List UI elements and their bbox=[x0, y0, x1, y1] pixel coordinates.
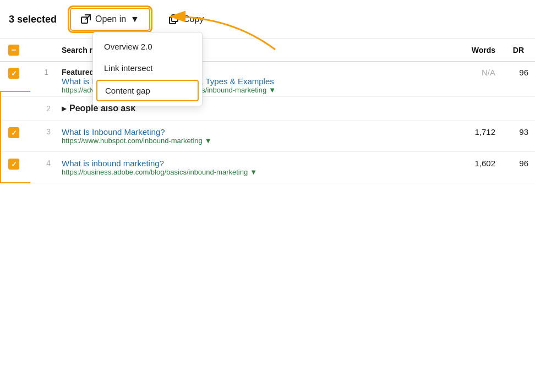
results-table-wrapper: − Search result Words DR bbox=[0, 39, 535, 183]
external-link-icon bbox=[81, 14, 91, 24]
copy-icon bbox=[169, 14, 179, 24]
table-row: 2 ▶ People also ask bbox=[0, 97, 535, 121]
check-all-checkbox[interactable]: − bbox=[8, 45, 19, 56]
open-in-dropdown: Overview 2.0 Link intersect Content gap bbox=[92, 32, 203, 106]
table-row: ✓ 4 What is inbound marketing? https://b… bbox=[0, 152, 535, 183]
dropdown-item-content-gap[interactable]: Content gap bbox=[96, 80, 199, 101]
svg-rect-3 bbox=[172, 15, 178, 21]
row-1-words: N/A bbox=[452, 62, 502, 97]
paa-triangle[interactable]: ▶ bbox=[62, 105, 66, 112]
copy-button[interactable]: Copy bbox=[159, 9, 214, 30]
row-3-url[interactable]: https://www.hubspot.com/inbound-marketin… bbox=[62, 137, 446, 145]
row-4-url-expand[interactable]: ▼ bbox=[250, 168, 257, 176]
row-4-words: 1,602 bbox=[452, 152, 502, 183]
dropdown-item-link-intersect[interactable]: Link intersect bbox=[93, 57, 202, 79]
table-row: ✓ 1 Featured snippet What is Inbound Mar… bbox=[0, 62, 535, 97]
row-3-num: 3 bbox=[28, 121, 55, 152]
selected-count: 3 selected bbox=[9, 14, 57, 25]
open-in-label: Open in bbox=[95, 14, 126, 24]
row-4-dr: 96 bbox=[502, 152, 535, 183]
row-4-title[interactable]: What is inbound marketing? bbox=[62, 159, 164, 168]
row-1-check[interactable]: ✓ bbox=[0, 62, 28, 97]
row-2-check[interactable] bbox=[0, 97, 28, 121]
row-1-num: 1 bbox=[28, 62, 55, 97]
toolbar: 3 selected Open in ▼ Copy Overview 2.0 L… bbox=[0, 0, 535, 39]
dr-header: DR bbox=[502, 39, 535, 62]
row-1-checkbox[interactable]: ✓ bbox=[8, 68, 19, 79]
dropdown-item-overview[interactable]: Overview 2.0 bbox=[93, 36, 202, 57]
row-4-num: 4 bbox=[28, 152, 55, 183]
row-3-dr: 93 bbox=[502, 121, 535, 152]
row-1-dr: 96 bbox=[502, 62, 535, 97]
copy-label: Copy bbox=[183, 14, 204, 24]
row-1-url-expand[interactable]: ▼ bbox=[269, 86, 276, 94]
results-table: − Search result Words DR bbox=[0, 39, 535, 183]
open-in-button[interactable]: Open in ▼ bbox=[70, 8, 150, 31]
row-4-checkbox[interactable]: ✓ bbox=[8, 159, 19, 170]
row-4-url[interactable]: https://business.adobe.com/blog/basics/i… bbox=[62, 168, 446, 176]
row-2-dr bbox=[502, 97, 535, 121]
row-2-words bbox=[452, 97, 502, 121]
row-3-content: What Is Inbound Marketing? https://www.h… bbox=[55, 121, 452, 152]
table-row: ✓ 3 What Is Inbound Marketing? https://w… bbox=[0, 121, 535, 152]
row-3-title[interactable]: What Is Inbound Marketing? bbox=[62, 127, 165, 137]
row-3-checkbox[interactable]: ✓ bbox=[8, 127, 19, 138]
row-3-check[interactable]: ✓ bbox=[0, 121, 28, 152]
row-3-url-expand[interactable]: ▼ bbox=[205, 137, 212, 145]
row-4-content: What is inbound marketing? https://busin… bbox=[55, 152, 452, 183]
open-in-chevron: ▼ bbox=[130, 14, 139, 24]
check-all-header[interactable]: − bbox=[0, 39, 28, 62]
words-header: Words bbox=[452, 39, 502, 62]
num-header bbox=[28, 39, 55, 62]
row-2-num: 2 bbox=[28, 97, 55, 121]
row-4-check[interactable]: ✓ bbox=[0, 152, 28, 183]
row-3-words: 1,712 bbox=[452, 121, 502, 152]
